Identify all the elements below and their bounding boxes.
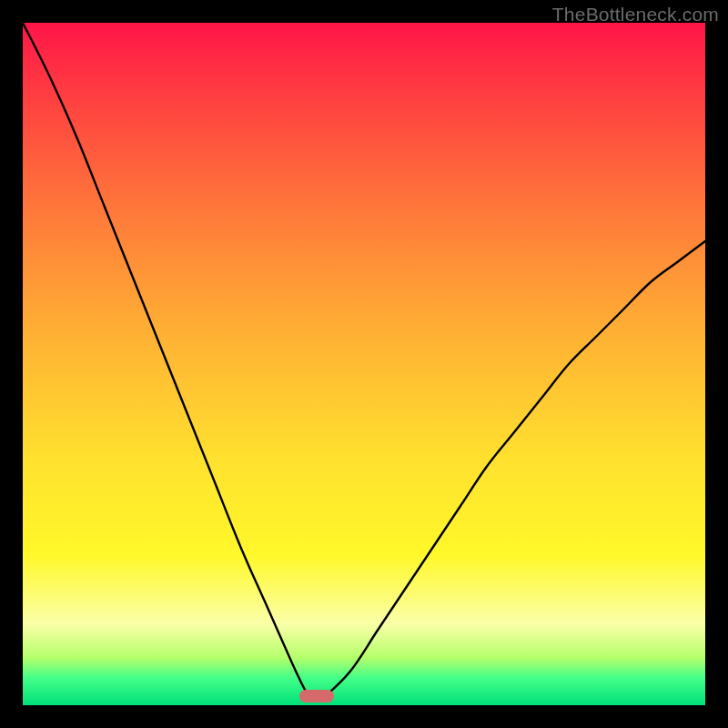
chart-plot-area — [23, 23, 705, 705]
curve-left-branch — [23, 23, 309, 699]
chart-curve-svg — [23, 23, 705, 705]
curve-right-branch — [323, 241, 705, 699]
bottleneck-marker — [299, 690, 334, 703]
watermark-text: TheBottleneck.com — [552, 4, 719, 25]
